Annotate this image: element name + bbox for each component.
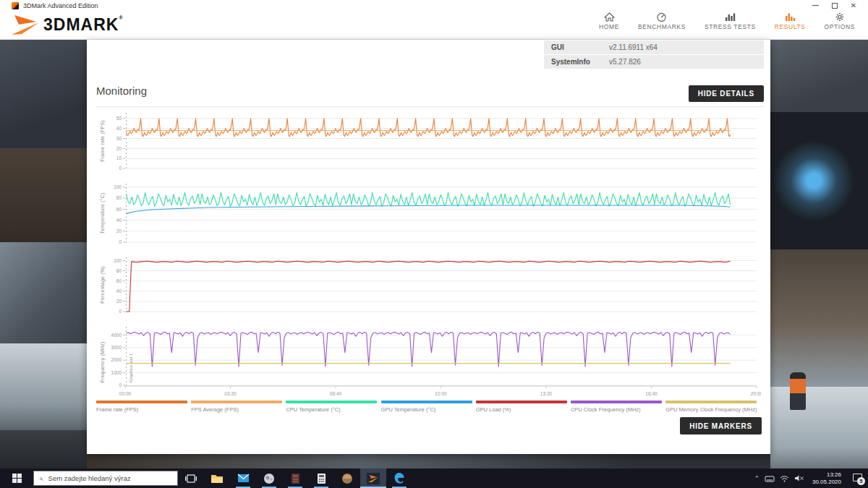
svg-text:40: 40: [116, 288, 122, 294]
chart-frequency-mhz-: Frequency (MHz)01000200030004000Graphics…: [96, 323, 761, 401]
hidden-icons-chevron[interactable]: ⌃: [754, 475, 760, 482]
legend-label: FPS Average (FPS): [191, 406, 286, 413]
tray-time: 13:26: [812, 471, 841, 479]
close-button[interactable]: ✕: [851, 3, 856, 9]
app-icon: [12, 2, 19, 9]
wifi-icon[interactable]: [780, 475, 789, 482]
home-icon: [604, 12, 615, 22]
svg-text:40: 40: [116, 218, 122, 223]
chart-percentage-: Percentage (%)020406080100: [96, 254, 761, 316]
nav-results[interactable]: RESULTS: [775, 12, 806, 30]
svg-text:4000: 4000: [111, 333, 122, 338]
y-axis-label: Percentage (%): [96, 254, 108, 316]
pinned-app-icon[interactable]: [282, 468, 308, 488]
svg-text:06:40: 06:40: [330, 391, 342, 396]
file-explorer-icon[interactable]: [204, 468, 230, 488]
svg-text:60: 60: [116, 207, 122, 212]
monitoring-charts: Frame rate (FPS)01020304050Temperature (…: [96, 109, 761, 408]
logo-swoosh-icon: [10, 12, 41, 37]
legend-color-bar: [286, 401, 377, 403]
y-axis-label: Temperature (°C): [96, 180, 108, 247]
legend-item[interactable]: CPU Clock Frequency (MHz): [571, 401, 665, 413]
info-value: v5.27.826: [609, 58, 641, 66]
pinned-apps: [178, 468, 412, 488]
chart-plot: 020406080100: [108, 254, 761, 316]
legend-label: CPU Temperature (°C): [286, 406, 380, 413]
hide-markers-button[interactable]: HIDE MARKERS: [680, 417, 762, 435]
legend-item[interactable]: Frame rate (FPS): [96, 401, 191, 413]
svg-text:2000: 2000: [111, 357, 122, 362]
notification-badge: 5: [857, 477, 865, 485]
svg-text:10:00: 10:00: [435, 391, 447, 396]
svg-text:03:20: 03:20: [224, 391, 237, 396]
maximize-button[interactable]: [832, 3, 838, 9]
legend-item[interactable]: GPU Memory Clock Frequency (MHz): [665, 401, 760, 413]
search-icon: ⌕: [39, 474, 43, 483]
version-info-table: GUI v2.11.6911 x64 SystemInfo v5.27.826: [544, 40, 764, 69]
mail-icon[interactable]: [230, 468, 256, 488]
svg-text:40: 40: [116, 126, 122, 131]
svg-text:0: 0: [119, 382, 122, 388]
task-view-icon[interactable]: [178, 468, 204, 488]
start-button[interactable]: [0, 468, 33, 488]
nav-label: BENCHMARKS: [638, 23, 686, 30]
svg-text:100: 100: [114, 258, 122, 263]
results-panel: GUI v2.11.6911 x64 SystemInfo v5.27.826 …: [87, 40, 770, 454]
legend-item[interactable]: GPU Temperature (°C): [381, 401, 476, 413]
svg-text:0: 0: [119, 309, 122, 314]
search-placeholder: Sem zadejte hledaný výraz: [48, 474, 131, 482]
nav-benchmarks[interactable]: BENCHMARKS: [638, 12, 686, 30]
photos-app-icon[interactable]: [256, 468, 282, 488]
threedmark-logo: 3DMARK®: [10, 12, 124, 37]
legend-color-bar: [665, 401, 757, 403]
svg-text:50: 50: [116, 116, 122, 121]
taskbar-search-input[interactable]: ⌕ Sem zadejte hledaný výraz: [33, 471, 178, 486]
minimize-button[interactable]: [812, 5, 819, 6]
svg-text:16:40: 16:40: [645, 391, 658, 396]
legend-label: GPU Temperature (°C): [381, 406, 476, 413]
keyboard-icon[interactable]: [765, 475, 775, 482]
game-character: [790, 372, 806, 410]
tray-date: 30.05.2020: [812, 479, 841, 486]
y-axis-label: Frame rate (FPS): [96, 109, 108, 173]
svg-text:1000: 1000: [111, 370, 122, 375]
hide-details-button[interactable]: HIDE DETAILS: [689, 85, 764, 102]
legend-color-bar: [476, 401, 567, 403]
chart-plot: 020406080100: [108, 180, 761, 247]
edge-browser-icon[interactable]: [386, 468, 412, 488]
window-title: 3DMark Advanced Edition: [23, 2, 812, 9]
svg-text:00:00: 00:00: [119, 391, 132, 396]
nav-home[interactable]: HOME: [599, 12, 619, 30]
svg-text:80: 80: [116, 195, 122, 200]
calculator-icon[interactable]: [308, 468, 334, 488]
volume-muted-icon[interactable]: [794, 474, 804, 482]
nav-stress-tests[interactable]: STRESS TESTS: [705, 12, 756, 30]
clock[interactable]: 13:26 30.05.2020: [812, 471, 841, 486]
legend-item[interactable]: GPU Load (%): [476, 401, 571, 413]
chart-plot: 01000200030004000Graphics test 100:0003:…: [108, 323, 761, 401]
nav-options[interactable]: OPTIONS: [825, 12, 855, 30]
paint3d-icon[interactable]: [334, 468, 360, 488]
app-header: 3DMARK® HOME BENCHMARKS STRESS TESTS RES…: [0, 11, 868, 40]
nav-label: RESULTS: [775, 23, 806, 30]
svg-text:3000: 3000: [111, 345, 122, 350]
divider: [96, 106, 764, 107]
legend-label: GPU Memory Clock Frequency (MHz): [665, 406, 760, 413]
svg-text:30: 30: [116, 136, 122, 141]
gear-icon: [835, 12, 845, 22]
legend-item[interactable]: FPS Average (FPS): [191, 401, 286, 413]
svg-text:100: 100: [114, 184, 122, 189]
svg-text:10: 10: [116, 155, 122, 160]
legend-color-bar: [191, 401, 282, 403]
action-center-icon[interactable]: 5: [849, 472, 864, 485]
legend-item[interactable]: CPU Temperature (°C): [286, 401, 380, 413]
threedmark-taskbar-icon[interactable]: [360, 468, 386, 488]
section-title: Monitoring: [96, 85, 147, 97]
gauge-icon: [656, 12, 667, 22]
svg-text:13:20: 13:20: [540, 391, 553, 396]
svg-text:0: 0: [119, 166, 122, 171]
chart-legend: Frame rate (FPS)FPS Average (FPS)CPU Tem…: [96, 401, 761, 413]
svg-text:20: 20: [116, 228, 122, 234]
legend-color-bar: [96, 401, 187, 403]
svg-text:60: 60: [116, 278, 122, 283]
